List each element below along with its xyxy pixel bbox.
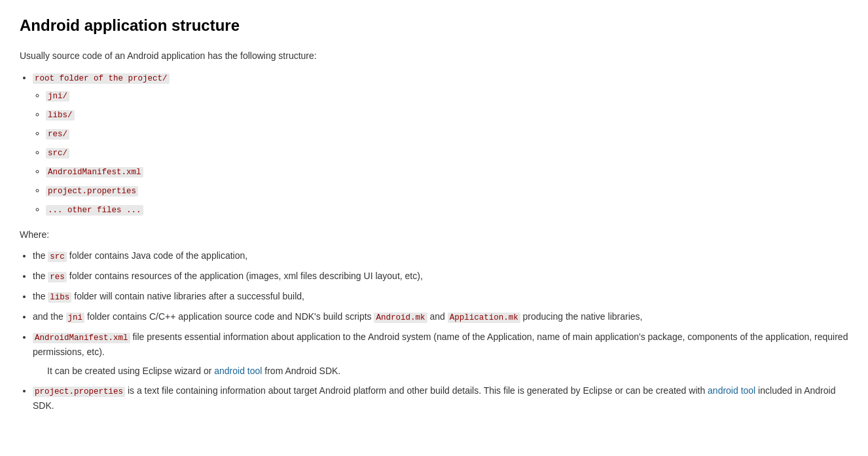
res-code: res xyxy=(48,272,67,282)
jni-folder-item: jni/ xyxy=(46,88,848,103)
manifest-description-item: AndroidManifest.xml file presents essent… xyxy=(33,330,848,378)
jni-code: jni xyxy=(66,313,85,323)
where-label: Where: xyxy=(20,227,848,242)
intro-text: Usually source code of an Android applic… xyxy=(20,48,848,63)
src-code: src xyxy=(48,252,67,262)
manifest-sub-paragraph: It can be created using Eclipse wizard o… xyxy=(47,364,848,378)
and-label: and xyxy=(427,311,448,322)
root-folder-item: root folder of the project/ jni/ libs/ r… xyxy=(33,70,848,217)
page-title: Android application structure xyxy=(20,13,848,38)
src-folder-item: src/ xyxy=(46,145,848,160)
the-label-res: the xyxy=(33,271,48,281)
jni-description-suffix: producing the native libraries, xyxy=(520,311,643,322)
properties-description-item: project.properties is a text file contai… xyxy=(33,383,848,413)
properties-file-item: project.properties xyxy=(46,183,848,198)
src-description-text: folder contains Java code of the applica… xyxy=(67,250,247,261)
the-label-libs: the xyxy=(33,291,48,301)
properties-file-code: project.properties xyxy=(46,186,138,197)
res-folder-code: res/ xyxy=(46,129,69,140)
the-label: the xyxy=(33,250,48,261)
description-list: the src folder contains Java code of the… xyxy=(33,248,848,413)
src-folder-code: src/ xyxy=(46,148,69,159)
application-mk-code: Application.mk xyxy=(448,313,520,323)
other-files-item: ... other files ... xyxy=(46,202,848,217)
libs-folder-code: libs/ xyxy=(46,110,75,121)
manifest-file-code: AndroidManifest.xml xyxy=(46,167,143,178)
subfolder-list: jni/ libs/ res/ src/ AndroidManifest.xml… xyxy=(46,88,848,217)
libs-description-item: the libs folder will contain native libr… xyxy=(33,289,848,304)
jni-description-text: folder contains C/C++ application source… xyxy=(84,311,374,322)
root-folder-code: root folder of the project/ xyxy=(33,73,170,84)
src-description-item: the src folder contains Java code of the… xyxy=(33,248,848,263)
libs-code: libs xyxy=(48,292,71,303)
jni-folder-code: jni/ xyxy=(46,91,69,102)
jni-description-item: and the jni folder contains C/C++ applic… xyxy=(33,309,848,324)
android-mk-code: Android.mk xyxy=(374,313,427,323)
structure-list: root folder of the project/ jni/ libs/ r… xyxy=(33,70,848,217)
libs-folder-item: libs/ xyxy=(46,107,848,122)
eclipse-wizard-text: It can be created using Eclipse wizard o… xyxy=(47,366,214,376)
properties-code-inline: project.properties xyxy=(33,387,125,397)
and-the-label: and the xyxy=(33,311,66,322)
res-folder-item: res/ xyxy=(46,126,848,141)
manifest-file-item: AndroidManifest.xml xyxy=(46,164,848,179)
other-files-code: ... other files ... xyxy=(46,205,143,216)
res-description-item: the res folder contains resources of the… xyxy=(33,269,848,284)
properties-description-text: is a text file containing information ab… xyxy=(125,385,708,396)
android-tool-link-1[interactable]: android tool xyxy=(214,366,262,376)
manifest-code-inline: AndroidManifest.xml xyxy=(33,333,130,343)
from-sdk-text: from Android SDK. xyxy=(262,366,340,376)
res-description-text: folder contains resources of the applica… xyxy=(67,271,423,281)
libs-description-text: folder will contain native libraries aft… xyxy=(71,291,304,301)
android-tool-link-2[interactable]: android tool xyxy=(708,385,755,396)
manifest-description-text: file presents essential information abou… xyxy=(33,332,848,357)
